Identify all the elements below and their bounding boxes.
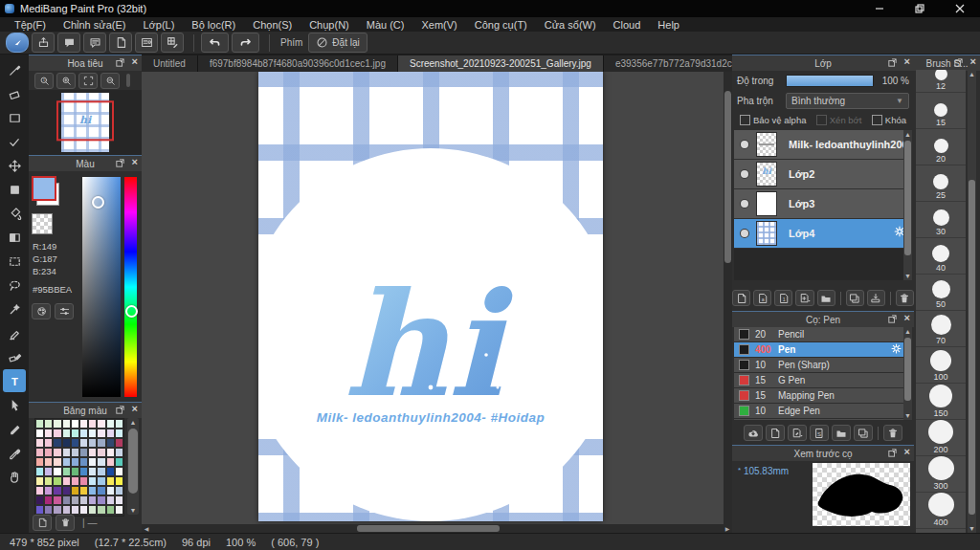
palette-swatch[interactable] — [88, 419, 97, 429]
protect-alpha-checkbox[interactable]: Bảo vệ alpha — [740, 115, 806, 125]
tool-shape[interactable] — [3, 178, 26, 201]
palette-swatch[interactable] — [71, 419, 79, 429]
palette-swatch[interactable] — [79, 448, 88, 457]
redo-button[interactable] — [232, 33, 259, 53]
tool-correction-pen[interactable] — [3, 130, 26, 153]
palette-swatch[interactable] — [88, 476, 97, 486]
brush-size-scrollbar[interactable]: ▲ ▼ — [968, 70, 976, 533]
palette-swatch[interactable] — [106, 476, 115, 486]
palette-swatch[interactable] — [88, 457, 97, 467]
palette-swatch[interactable] — [79, 476, 88, 486]
palette-swatch[interactable] — [106, 419, 115, 429]
palette-swatch[interactable] — [106, 438, 115, 448]
palette-swatch[interactable] — [53, 476, 61, 486]
palette-swatch[interactable] — [44, 467, 53, 476]
navigator-view-rect[interactable] — [56, 100, 114, 141]
transparent-color-swatch[interactable] — [32, 213, 53, 234]
brush-size-option[interactable]: 150 — [916, 384, 966, 420]
palette-swatch[interactable] — [115, 438, 123, 448]
popout-icon[interactable] — [888, 58, 897, 69]
zoom-in-button[interactable] — [56, 73, 76, 89]
layer-visibility-toggle[interactable] — [741, 141, 748, 148]
palette-swatch[interactable] — [62, 495, 71, 505]
palette-swatch[interactable] — [35, 429, 44, 438]
palette-swatch[interactable] — [44, 429, 53, 438]
palette-swatch[interactable] — [44, 476, 53, 486]
scroll-up-icon[interactable]: ▲ — [903, 328, 912, 335]
brush-row[interactable]: 400Pen — [734, 342, 912, 358]
menu-item[interactable]: Bộ lọc(R) — [183, 19, 244, 31]
layer-row[interactable]: hiLớp2 — [734, 160, 912, 189]
palette-swatch[interactable] — [44, 457, 53, 467]
brush-settings-button[interactable] — [890, 342, 902, 357]
scroll-right-icon[interactable]: ▶ — [723, 525, 732, 532]
palette-swatch[interactable] — [71, 429, 79, 438]
palette-swatch[interactable] — [53, 467, 61, 476]
palette-swatch[interactable] — [79, 505, 88, 515]
zoom-fit-button[interactable] — [78, 73, 98, 89]
cloud-download-button[interactable] — [744, 425, 763, 441]
palette-swatch[interactable] — [71, 448, 79, 457]
popout-icon[interactable] — [116, 406, 124, 416]
tool-pen[interactable] — [3, 417, 26, 440]
close-panel-icon[interactable]: × — [904, 312, 910, 323]
clipping-checkbox[interactable]: Xén bớt — [816, 115, 862, 125]
palette-swatch[interactable] — [115, 429, 123, 438]
palette-swatch[interactable] — [53, 495, 61, 505]
saturation-value-box[interactable] — [82, 177, 121, 397]
foreground-color-swatch[interactable] — [32, 176, 56, 201]
palette-swatch[interactable] — [62, 476, 71, 486]
document-button[interactable] — [109, 33, 132, 53]
palette-swatch[interactable] — [44, 486, 53, 495]
palette-swatch[interactable] — [35, 457, 44, 467]
palette-swatch[interactable] — [97, 438, 105, 448]
palette-swatch[interactable] — [97, 495, 105, 505]
menu-item[interactable]: Lớp(L) — [134, 19, 183, 31]
close-panel-icon[interactable]: × — [132, 156, 138, 167]
menu-item[interactable]: Công cụ(T) — [466, 19, 536, 31]
palette-swatch[interactable] — [106, 467, 115, 476]
minimize-button[interactable] — [859, 0, 900, 17]
scroll-down-icon[interactable]: ▼ — [903, 273, 912, 279]
tool-magic-wand[interactable] — [3, 297, 26, 320]
palette-swatch[interactable] — [62, 419, 71, 429]
scroll-left-icon[interactable]: ◀ — [142, 525, 151, 532]
brush-size-option[interactable]: 40 — [916, 238, 966, 275]
palette-swatch[interactable] — [71, 467, 79, 476]
canvas-vertical-scrollbar[interactable] — [724, 72, 732, 524]
popout-icon[interactable] — [888, 449, 897, 459]
brush-size-option[interactable]: 15 — [916, 93, 966, 129]
palette-swatch[interactable] — [44, 505, 53, 515]
palette-swatch[interactable] — [79, 467, 88, 476]
list-settings-button[interactable] — [135, 33, 158, 53]
restore-button[interactable] — [900, 0, 940, 17]
layer-visibility-toggle[interactable] — [741, 230, 748, 237]
new-layer-8bit-button[interactable]: a — [753, 290, 771, 306]
palette-scrollbar[interactable]: ▲ ▼ — [127, 418, 139, 515]
close-panel-icon[interactable]: × — [904, 446, 910, 457]
brush-folder-button[interactable] — [832, 425, 851, 441]
palette-swatch[interactable] — [106, 495, 115, 505]
close-panel-icon[interactable]: × — [132, 55, 138, 67]
brush-size-option[interactable]: 100 — [916, 347, 966, 384]
slider-mode-button[interactable] — [55, 303, 74, 319]
palette-swatch[interactable] — [115, 476, 123, 486]
menu-item[interactable]: Chụp(N) — [301, 19, 358, 31]
layer-row[interactable]: Lớp3 — [734, 189, 912, 219]
comment-button[interactable] — [57, 33, 80, 53]
delete-brush-button[interactable] — [883, 425, 902, 441]
palette-swatch[interactable] — [62, 448, 71, 457]
tool-eraser[interactable] — [3, 82, 26, 105]
menu-item[interactable]: Màu (C) — [358, 19, 413, 31]
palette-swatch[interactable] — [115, 419, 123, 429]
menu-item[interactable]: Cửa sổ(W) — [536, 19, 605, 31]
palette-swatch[interactable] — [79, 419, 88, 429]
palette-swatch[interactable] — [88, 486, 97, 495]
canvas-viewport[interactable]: hi Milk- ledoanthuylinh2004- #Hoidap — [142, 72, 724, 524]
palette-swatch[interactable] — [88, 505, 97, 515]
tool-gradient[interactable] — [3, 226, 26, 249]
tool-operation[interactable] — [3, 393, 26, 416]
palette-swatch[interactable] — [79, 457, 88, 467]
popout-icon[interactable] — [116, 58, 124, 69]
palette-swatch[interactable] — [97, 486, 105, 495]
